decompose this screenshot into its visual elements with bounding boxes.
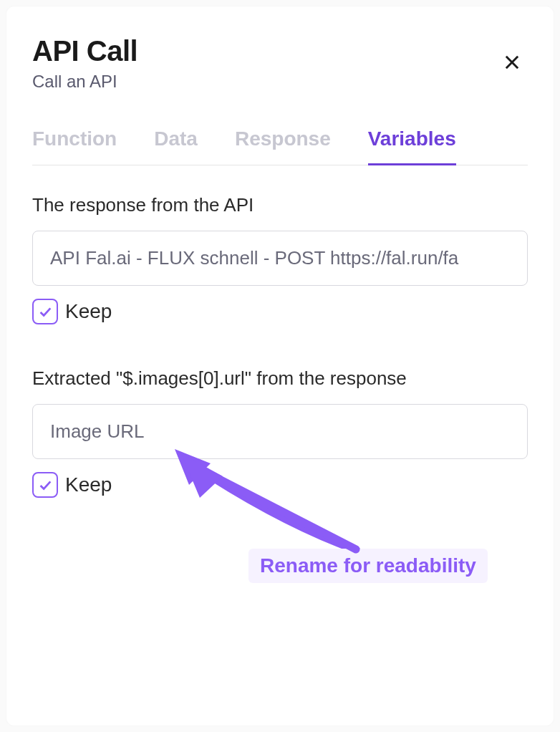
annotation-callout: Rename for readability [248, 549, 488, 583]
tab-data[interactable]: Data [154, 127, 198, 165]
extracted-section: Extracted "$.images[0].url" from the res… [32, 367, 528, 498]
tab-response[interactable]: Response [235, 127, 331, 165]
panel-title: API Call [32, 35, 137, 67]
response-keep-row: Keep [32, 299, 528, 324]
panel-header: API Call Call an API [32, 35, 528, 92]
response-keep-label: Keep [65, 300, 112, 323]
response-keep-checkbox[interactable] [32, 299, 58, 324]
response-input[interactable] [32, 231, 528, 286]
extracted-keep-row: Keep [32, 472, 528, 498]
response-section: The response from the API Keep [32, 194, 528, 324]
check-icon [37, 477, 53, 493]
annotation-layer: Rename for readability [6, 6, 554, 726]
check-icon [37, 304, 53, 319]
extracted-keep-checkbox[interactable] [32, 472, 58, 498]
extracted-label: Extracted "$.images[0].url" from the res… [32, 367, 528, 390]
tab-function[interactable]: Function [32, 127, 117, 165]
close-icon [502, 52, 522, 72]
extracted-input[interactable] [32, 404, 528, 459]
tab-bar: Function Data Response Variables [32, 127, 528, 165]
close-button[interactable] [496, 47, 528, 80]
response-label: The response from the API [32, 194, 528, 216]
header-text: API Call Call an API [32, 35, 137, 92]
api-call-panel: API Call Call an API Function Data Respo… [6, 6, 554, 726]
tab-variables[interactable]: Variables [368, 127, 456, 165]
panel-subtitle: Call an API [32, 72, 137, 92]
extracted-keep-label: Keep [65, 473, 112, 496]
